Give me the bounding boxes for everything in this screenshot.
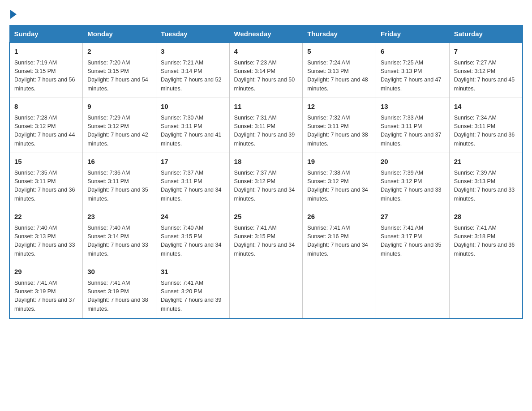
table-row	[376, 263, 450, 319]
day-number: 26	[307, 212, 371, 222]
day-info: Sunrise: 7:28 AM Sunset: 3:12 PM Dayligh…	[14, 114, 78, 149]
calendar-week-row: 1 Sunrise: 7:19 AM Sunset: 3:15 PM Dayli…	[9, 43, 523, 98]
logo	[9, 9, 17, 17]
table-row: 16 Sunrise: 7:36 AM Sunset: 3:11 PM Dayl…	[83, 153, 156, 208]
day-number: 17	[161, 157, 225, 167]
table-row: 23 Sunrise: 7:40 AM Sunset: 3:14 PM Dayl…	[83, 208, 156, 263]
column-header-saturday: Saturday	[449, 26, 523, 43]
day-number: 2	[87, 47, 151, 57]
table-row: 29 Sunrise: 7:41 AM Sunset: 3:19 PM Dayl…	[9, 263, 83, 319]
table-row: 22 Sunrise: 7:40 AM Sunset: 3:13 PM Dayl…	[9, 208, 83, 263]
day-number: 19	[307, 157, 371, 167]
table-row: 20 Sunrise: 7:39 AM Sunset: 3:12 PM Dayl…	[376, 153, 450, 208]
day-info: Sunrise: 7:27 AM Sunset: 3:12 PM Dayligh…	[454, 59, 518, 94]
day-info: Sunrise: 7:23 AM Sunset: 3:14 PM Dayligh…	[234, 59, 298, 94]
day-number: 12	[307, 102, 371, 112]
table-row: 2 Sunrise: 7:20 AM Sunset: 3:15 PM Dayli…	[83, 43, 156, 98]
day-info: Sunrise: 7:41 AM Sunset: 3:15 PM Dayligh…	[234, 224, 298, 259]
day-info: Sunrise: 7:34 AM Sunset: 3:11 PM Dayligh…	[454, 114, 518, 149]
day-info: Sunrise: 7:40 AM Sunset: 3:14 PM Dayligh…	[87, 224, 151, 259]
day-number: 3	[161, 47, 225, 57]
day-info: Sunrise: 7:40 AM Sunset: 3:13 PM Dayligh…	[14, 224, 78, 259]
day-number: 31	[161, 267, 225, 277]
day-number: 10	[161, 102, 225, 112]
calendar-table: SundayMondayTuesdayWednesdayThursdayFrid…	[9, 25, 523, 319]
table-row: 1 Sunrise: 7:19 AM Sunset: 3:15 PM Dayli…	[9, 43, 83, 98]
day-info: Sunrise: 7:39 AM Sunset: 3:12 PM Dayligh…	[381, 169, 445, 204]
day-info: Sunrise: 7:21 AM Sunset: 3:14 PM Dayligh…	[161, 59, 225, 94]
day-number: 30	[87, 267, 151, 277]
day-number: 20	[381, 157, 445, 167]
day-info: Sunrise: 7:35 AM Sunset: 3:11 PM Dayligh…	[14, 169, 78, 204]
table-row: 19 Sunrise: 7:38 AM Sunset: 3:12 PM Dayl…	[303, 153, 376, 208]
day-info: Sunrise: 7:41 AM Sunset: 3:17 PM Dayligh…	[381, 224, 445, 259]
day-info: Sunrise: 7:37 AM Sunset: 3:12 PM Dayligh…	[234, 169, 298, 204]
day-info: Sunrise: 7:41 AM Sunset: 3:20 PM Dayligh…	[161, 279, 225, 314]
day-number: 21	[454, 157, 518, 167]
day-info: Sunrise: 7:25 AM Sunset: 3:13 PM Dayligh…	[381, 59, 445, 94]
calendar-week-row: 8 Sunrise: 7:28 AM Sunset: 3:12 PM Dayli…	[9, 98, 523, 153]
table-row: 24 Sunrise: 7:40 AM Sunset: 3:15 PM Dayl…	[156, 208, 229, 263]
column-header-sunday: Sunday	[9, 26, 83, 43]
day-info: Sunrise: 7:19 AM Sunset: 3:15 PM Dayligh…	[14, 59, 78, 94]
day-number: 6	[381, 47, 445, 57]
day-info: Sunrise: 7:20 AM Sunset: 3:15 PM Dayligh…	[87, 59, 151, 94]
table-row: 21 Sunrise: 7:39 AM Sunset: 3:13 PM Dayl…	[449, 153, 523, 208]
table-row: 25 Sunrise: 7:41 AM Sunset: 3:15 PM Dayl…	[229, 208, 303, 263]
day-number: 27	[381, 212, 445, 222]
table-row: 31 Sunrise: 7:41 AM Sunset: 3:20 PM Dayl…	[156, 263, 229, 319]
table-row	[303, 263, 376, 319]
day-number: 15	[14, 157, 78, 167]
table-row: 13 Sunrise: 7:33 AM Sunset: 3:11 PM Dayl…	[376, 98, 450, 153]
table-row: 9 Sunrise: 7:29 AM Sunset: 3:12 PM Dayli…	[83, 98, 156, 153]
day-number: 13	[381, 102, 445, 112]
day-number: 7	[454, 47, 518, 57]
calendar-week-row: 15 Sunrise: 7:35 AM Sunset: 3:11 PM Dayl…	[9, 153, 523, 208]
column-header-wednesday: Wednesday	[229, 26, 303, 43]
table-row: 30 Sunrise: 7:41 AM Sunset: 3:19 PM Dayl…	[83, 263, 156, 319]
day-info: Sunrise: 7:30 AM Sunset: 3:11 PM Dayligh…	[161, 114, 225, 149]
table-row: 3 Sunrise: 7:21 AM Sunset: 3:14 PM Dayli…	[156, 43, 229, 98]
table-row	[449, 263, 523, 319]
page-header	[9, 9, 523, 17]
day-number: 8	[14, 102, 78, 112]
table-row: 8 Sunrise: 7:28 AM Sunset: 3:12 PM Dayli…	[9, 98, 83, 153]
day-info: Sunrise: 7:37 AM Sunset: 3:11 PM Dayligh…	[161, 169, 225, 204]
column-header-friday: Friday	[376, 26, 450, 43]
day-info: Sunrise: 7:24 AM Sunset: 3:13 PM Dayligh…	[307, 59, 371, 94]
table-row: 10 Sunrise: 7:30 AM Sunset: 3:11 PM Dayl…	[156, 98, 229, 153]
day-number: 24	[161, 212, 225, 222]
table-row: 4 Sunrise: 7:23 AM Sunset: 3:14 PM Dayli…	[229, 43, 303, 98]
day-info: Sunrise: 7:41 AM Sunset: 3:16 PM Dayligh…	[307, 224, 371, 259]
day-number: 14	[454, 102, 518, 112]
day-info: Sunrise: 7:31 AM Sunset: 3:11 PM Dayligh…	[234, 114, 298, 149]
day-number: 16	[87, 157, 151, 167]
day-number: 25	[234, 212, 298, 222]
table-row: 27 Sunrise: 7:41 AM Sunset: 3:17 PM Dayl…	[376, 208, 450, 263]
day-info: Sunrise: 7:39 AM Sunset: 3:13 PM Dayligh…	[454, 169, 518, 204]
table-row: 5 Sunrise: 7:24 AM Sunset: 3:13 PM Dayli…	[303, 43, 376, 98]
column-header-tuesday: Tuesday	[156, 26, 229, 43]
day-number: 22	[14, 212, 78, 222]
day-info: Sunrise: 7:38 AM Sunset: 3:12 PM Dayligh…	[307, 169, 371, 204]
table-row: 15 Sunrise: 7:35 AM Sunset: 3:11 PM Dayl…	[9, 153, 83, 208]
column-header-monday: Monday	[83, 26, 156, 43]
logo-arrow-icon	[10, 10, 17, 19]
day-number: 28	[454, 212, 518, 222]
calendar-week-row: 22 Sunrise: 7:40 AM Sunset: 3:13 PM Dayl…	[9, 208, 523, 263]
day-number: 1	[14, 47, 78, 57]
day-info: Sunrise: 7:33 AM Sunset: 3:11 PM Dayligh…	[381, 114, 445, 149]
day-number: 4	[234, 47, 298, 57]
day-info: Sunrise: 7:41 AM Sunset: 3:19 PM Dayligh…	[87, 279, 151, 314]
table-row	[229, 263, 303, 319]
table-row: 17 Sunrise: 7:37 AM Sunset: 3:11 PM Dayl…	[156, 153, 229, 208]
day-info: Sunrise: 7:36 AM Sunset: 3:11 PM Dayligh…	[87, 169, 151, 204]
calendar-week-row: 29 Sunrise: 7:41 AM Sunset: 3:19 PM Dayl…	[9, 263, 523, 319]
table-row: 12 Sunrise: 7:32 AM Sunset: 3:11 PM Dayl…	[303, 98, 376, 153]
day-number: 9	[87, 102, 151, 112]
day-info: Sunrise: 7:41 AM Sunset: 3:18 PM Dayligh…	[454, 224, 518, 259]
day-number: 18	[234, 157, 298, 167]
table-row: 7 Sunrise: 7:27 AM Sunset: 3:12 PM Dayli…	[449, 43, 523, 98]
table-row: 18 Sunrise: 7:37 AM Sunset: 3:12 PM Dayl…	[229, 153, 303, 208]
day-info: Sunrise: 7:32 AM Sunset: 3:11 PM Dayligh…	[307, 114, 371, 149]
